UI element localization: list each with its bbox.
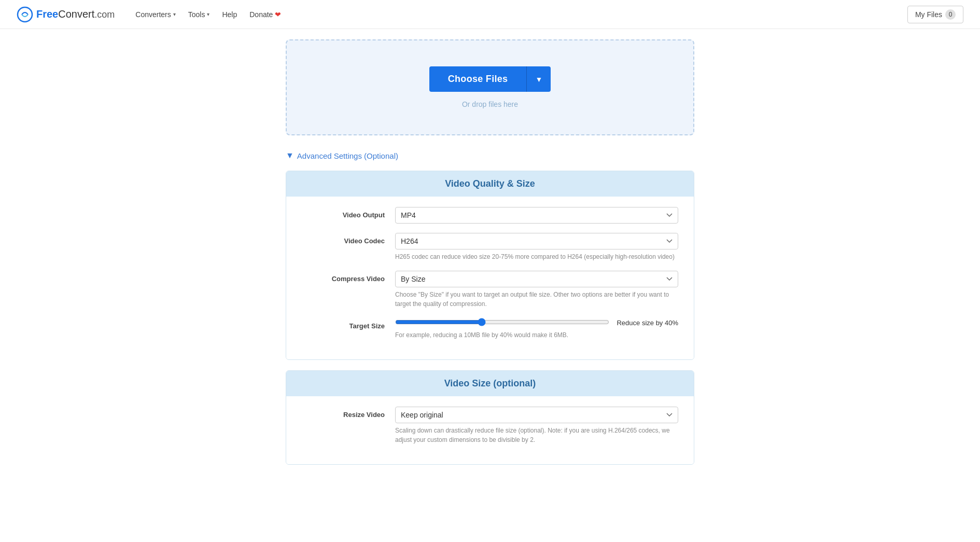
target-size-label: Target Size (302, 318, 385, 330)
svg-point-0 (18, 7, 32, 22)
heart-icon: ❤ (275, 10, 281, 19)
video-quality-body: Video Output MP4 Video Codec H264 H265 c… (286, 197, 694, 359)
slider-wrap (395, 318, 609, 328)
navbar: FreeConvert.com Converters ▾ Tools ▾ Hel… (0, 0, 980, 29)
video-output-control: MP4 (395, 207, 678, 224)
help-link[interactable]: Help (222, 8, 237, 21)
converters-link[interactable]: Converters ▾ (135, 8, 175, 21)
nav-links: Converters ▾ Tools ▾ Help Donate ❤ (135, 8, 907, 21)
video-codec-control: H264 H265 codec can reduce video size 20… (395, 233, 678, 261)
donate-link[interactable]: Donate ❤ (249, 8, 281, 21)
compress-video-label: Compress Video (302, 271, 385, 283)
choose-files-wrapper: Choose Files ▼ (429, 66, 551, 92)
advanced-toggle-label: Advanced Settings (Optional) (297, 151, 398, 160)
target-size-row: Target Size Reduce size by 40% For examp… (302, 318, 678, 340)
my-files-label: My Files (915, 10, 942, 19)
resize-video-control: Keep original Scaling down can drastical… (395, 407, 678, 444)
main-content: Choose Files ▼ Or drop files here ▼ Adva… (277, 29, 703, 485)
resize-video-select[interactable]: Keep original (395, 407, 678, 423)
compress-video-select[interactable]: By Size (395, 271, 678, 287)
video-codec-hint: H265 codec can reduce video size 20-75% … (395, 252, 678, 261)
advanced-toggle-arrow-icon: ▼ (286, 151, 294, 160)
my-files-button[interactable]: My Files 0 (907, 6, 963, 23)
nav-right: My Files 0 (907, 6, 963, 23)
video-output-row: Video Output MP4 (302, 207, 678, 224)
tools-chevron-icon: ▾ (207, 11, 209, 17)
logo-icon (17, 6, 33, 23)
resize-video-label: Resize Video (302, 407, 385, 419)
compress-video-hint: Choose "By Size" if you want to target a… (395, 290, 678, 309)
choose-files-button[interactable]: Choose Files (429, 66, 527, 92)
resize-video-row: Resize Video Keep original Scaling down … (302, 407, 678, 444)
video-codec-select[interactable]: H264 (395, 233, 678, 249)
target-size-control: Reduce size by 40% For example, reducing… (395, 318, 678, 340)
video-output-label: Video Output (302, 207, 385, 219)
logo-text: FreeConvert.com (36, 8, 115, 20)
dropdown-arrow-icon: ▼ (535, 75, 542, 84)
logo[interactable]: FreeConvert.com (17, 6, 115, 23)
video-codec-label: Video Codec (302, 233, 385, 245)
choose-files-dropdown-button[interactable]: ▼ (526, 66, 551, 92)
advanced-settings-toggle[interactable]: ▼ Advanced Settings (Optional) (286, 151, 694, 160)
video-quality-panel: Video Quality & Size Video Output MP4 Vi… (286, 171, 694, 360)
video-output-select[interactable]: MP4 (395, 207, 678, 224)
converters-chevron-icon: ▾ (173, 11, 176, 17)
resize-video-hint: Scaling down can drastically reduce file… (395, 426, 678, 444)
target-size-hint: For example, reducing a 10MB file by 40%… (395, 330, 678, 340)
video-codec-row: Video Codec H264 H265 codec can reduce v… (302, 233, 678, 261)
dropzone[interactable]: Choose Files ▼ Or drop files here (286, 39, 694, 135)
target-size-reduce-label: Reduce size by 40% (617, 319, 678, 327)
video-size-body: Resize Video Keep original Scaling down … (286, 396, 694, 464)
drop-text: Or drop files here (297, 100, 683, 108)
compress-video-row: Compress Video By Size Choose "By Size" … (302, 271, 678, 309)
my-files-count: 0 (945, 9, 956, 20)
target-size-slider[interactable] (395, 318, 609, 326)
video-size-panel: Video Size (optional) Resize Video Keep … (286, 370, 694, 465)
slider-row: Reduce size by 40% (395, 318, 678, 328)
tools-link[interactable]: Tools ▾ (188, 8, 210, 21)
video-quality-header: Video Quality & Size (286, 171, 694, 197)
compress-video-control: By Size Choose "By Size" if you want to … (395, 271, 678, 309)
video-size-header: Video Size (optional) (286, 371, 694, 396)
